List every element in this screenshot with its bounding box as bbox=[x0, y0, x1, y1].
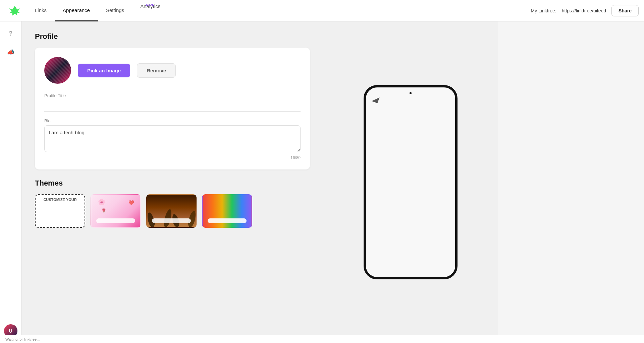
help-button[interactable]: ? bbox=[4, 27, 17, 40]
phone-frame: ◢ bbox=[364, 85, 458, 279]
bio-label: Bio bbox=[44, 118, 301, 123]
phone-loading-spinner: ◢ bbox=[370, 93, 381, 104]
question-icon: ? bbox=[9, 30, 12, 37]
remove-image-button[interactable]: Remove bbox=[137, 63, 176, 78]
nature-leaves-decoration bbox=[147, 208, 196, 227]
content-area: Profile Pick an Image Remove Profile Tit… bbox=[21, 21, 323, 343]
bio-field: Bio 16/80 bbox=[44, 118, 301, 160]
avatar-decoration bbox=[44, 57, 71, 84]
profile-title-label: Profile Title bbox=[44, 93, 301, 98]
theme-card-rainbow[interactable] bbox=[202, 194, 252, 228]
tab-links[interactable]: Links bbox=[27, 0, 55, 21]
theme-white-label: CUSTOMIZE YOUR bbox=[36, 198, 85, 202]
status-bar: Waiting for linktr.ee... bbox=[0, 335, 644, 343]
tab-analytics[interactable]: NEW Analytics bbox=[132, 0, 168, 21]
bio-char-count: 16/80 bbox=[44, 155, 301, 160]
tab-settings[interactable]: Settings bbox=[98, 0, 132, 21]
header: Links Appearance Settings NEW Analytics … bbox=[0, 0, 644, 21]
megaphone-icon: 📣 bbox=[7, 49, 14, 56]
announcements-button[interactable]: 📣 bbox=[4, 46, 17, 59]
theme-pink-preview-btn bbox=[96, 218, 136, 223]
profile-image-row: Pick an Image Remove bbox=[44, 57, 301, 84]
theme-card-white[interactable]: CUSTOMIZE YOUR bbox=[35, 194, 85, 228]
themes-grid: CUSTOMIZE YOUR 🌸 ❤️ 🌹 bbox=[35, 194, 310, 228]
themes-section-title: Themes bbox=[35, 179, 310, 188]
profile-section-title: Profile bbox=[35, 32, 310, 41]
theme-card-pink[interactable]: 🌸 ❤️ 🌹 bbox=[91, 194, 141, 228]
linktree-logo-icon bbox=[9, 5, 21, 17]
theme-card-nature[interactable] bbox=[146, 194, 197, 228]
header-right: My Linktree: https://linktr.ee/uifeed Sh… bbox=[531, 5, 639, 16]
status-text: Waiting for linktr.ee... bbox=[5, 337, 40, 341]
pick-image-button[interactable]: Pick an Image bbox=[78, 64, 130, 77]
profile-title-input[interactable] bbox=[44, 100, 301, 112]
new-badge: NEW bbox=[146, 3, 155, 7]
my-linktree-label: My Linktree: bbox=[531, 8, 556, 13]
my-linktree-url[interactable]: https://linktr.ee/uifeed bbox=[562, 8, 606, 13]
logo-area bbox=[5, 5, 24, 17]
tab-appearance[interactable]: Appearance bbox=[55, 0, 98, 21]
left-sidebar: ? 📣 U bbox=[0, 21, 21, 343]
theme-white-preview-btn2 bbox=[41, 218, 80, 223]
phone-notch bbox=[410, 92, 412, 94]
theme-white-preview-btn bbox=[41, 212, 80, 216]
main-layout: ? 📣 U Profile Pick an Image Remove Profi… bbox=[0, 21, 644, 343]
theme-rainbow-preview-btn bbox=[208, 218, 247, 223]
share-button[interactable]: Share bbox=[611, 5, 639, 16]
theme-nature-preview-btn bbox=[152, 218, 191, 223]
profile-card: Pick an Image Remove Profile Title Bio 1… bbox=[35, 48, 310, 169]
profile-title-field: Profile Title bbox=[44, 93, 301, 118]
nav-tabs: Links Appearance Settings NEW Analytics bbox=[27, 0, 168, 21]
profile-avatar bbox=[44, 57, 71, 84]
phone-preview-area: ◢ bbox=[323, 21, 498, 343]
bio-textarea[interactable] bbox=[44, 125, 301, 152]
